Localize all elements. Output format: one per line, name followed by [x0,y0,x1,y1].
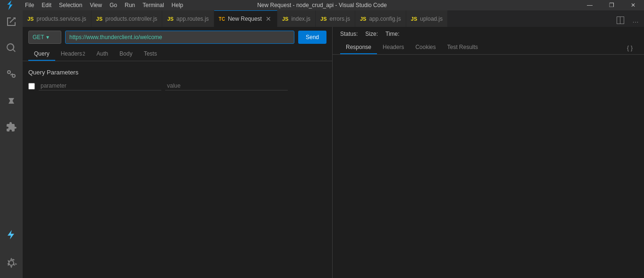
tab-js-icon: JS [411,16,417,22]
req-tab-auth[interactable]: Auth [91,48,114,61]
size-label: Size: [365,31,378,37]
tab-js-icon: JS [96,16,102,22]
tab-close-button[interactable]: ✕ [265,15,272,23]
tab-index[interactable]: JS index.js [277,10,316,27]
response-meta: Status: Size: Time: [333,27,644,41]
request-tabs: Query Headers2 Auth Body Tests [23,48,332,61]
param-name-input[interactable] [39,82,161,90]
maximize-button[interactable]: ❐ [601,0,622,10]
req-tab-label: Tests [144,50,157,57]
activity-thunder[interactable] [0,223,23,246]
more-actions-button[interactable]: … [629,14,642,27]
tab-js-icon: JS [27,16,33,22]
status-label: Status: [340,31,358,37]
res-tab-label: Test Results [447,44,478,50]
response-tabs: Response Headers Cookies Test Results { … [333,41,644,55]
tab-label: errors.js [330,16,350,22]
headers-badge: 2 [83,51,85,57]
tab-js-icon: JS [320,16,326,22]
request-bar: GET ▾ Send [23,27,332,48]
menu-help[interactable]: Help [168,0,187,10]
activity-search[interactable] [0,37,23,59]
minimize-button[interactable]: — [579,0,601,10]
app-icon [5,0,15,10]
menu-view[interactable]: View [86,0,106,10]
res-tab-cookies[interactable]: Cookies [410,41,441,54]
menu-run[interactable]: Run [121,0,139,10]
response-bracket: { } [623,44,636,51]
tab-actions: … [614,14,644,27]
param-row [28,82,326,90]
res-tab-headers[interactable]: Headers [377,41,410,54]
close-button[interactable]: ✕ [622,0,644,10]
query-section: Query Parameters [23,61,332,102]
method-select[interactable]: GET ▾ [28,31,61,44]
tab-errors[interactable]: JS errors.js [316,10,355,27]
tab-app-config[interactable]: JS app.config.js [355,10,406,27]
tab-products-services[interactable]: JS products.services.js [23,10,92,27]
menu-selection[interactable]: Selection [55,0,86,10]
query-params-title: Query Parameters [28,69,326,76]
window-controls: — ❐ ✕ [579,0,644,10]
res-tab-label: Headers [383,44,404,50]
activity-source-control[interactable] [0,63,23,86]
menu-edit[interactable]: Edit [38,0,55,10]
tab-js-icon: JS [282,16,288,22]
req-tab-tests[interactable]: Tests [138,48,163,61]
editor-area: GET ▾ Send Query Headers2 Auth Body [23,27,644,278]
main-area: JS products.services.js JS products.cont… [23,10,644,278]
tab-js-icon: JS [167,16,173,22]
tab-label: index.js [291,16,310,22]
req-tab-label: Query [34,50,50,57]
titlebar: File Edit Selection View Go Run Terminal… [0,0,644,10]
tab-label: upload.js [420,16,443,22]
thunder-client-panel: GET ▾ Send Query Headers2 Auth Body [23,27,333,278]
param-checkbox[interactable] [28,83,35,90]
tab-label: New Request [228,16,262,22]
tab-products-controller[interactable]: JS products.controller.js [92,10,163,27]
response-content [333,55,644,278]
method-chevron-icon: ▾ [46,34,49,41]
tab-upload[interactable]: JS upload.js [406,10,448,27]
tab-new-request[interactable]: TC New Request ✕ [214,10,277,27]
activity-settings[interactable] [0,252,23,274]
res-tab-response[interactable]: Response [340,41,377,54]
activity-extensions[interactable] [0,116,23,139]
activity-bar [0,0,23,278]
req-tab-label: Auth [97,50,109,57]
res-tab-test-results[interactable]: Test Results [442,41,484,54]
time-label: Time: [385,31,400,37]
tab-tc-icon: TC [219,16,225,22]
menu-file[interactable]: File [21,0,38,10]
url-input[interactable] [65,31,294,44]
menu-terminal[interactable]: Terminal [139,0,167,10]
method-value: GET [33,34,44,41]
activity-explorer[interactable] [0,10,23,33]
req-tab-body[interactable]: Body [114,48,138,61]
req-tab-label: Body [119,50,132,57]
tab-label: products.controller.js [105,16,157,22]
window-title: New Request - node_crud_api - Visual Stu… [257,2,387,8]
req-tab-headers[interactable]: Headers2 [55,48,91,61]
param-value-input[interactable] [165,82,288,90]
req-tab-query[interactable]: Query [28,48,55,61]
tab-label: app.routes.js [176,16,209,22]
res-tab-label: Response [346,44,371,50]
split-editor-button[interactable] [614,14,627,27]
tab-label: products.services.js [36,16,86,22]
response-panel: Status: Size: Time: Response Headers Coo… [333,27,644,278]
tab-label: app.config.js [369,16,401,22]
res-tab-label: Cookies [415,44,435,50]
tab-bar: JS products.services.js JS products.cont… [23,10,644,27]
menu-go[interactable]: Go [106,0,121,10]
activity-debug[interactable] [0,90,23,112]
send-button[interactable]: Send [298,31,326,44]
req-tab-label: Headers [61,50,82,57]
tab-js-icon: JS [360,16,366,22]
tab-app-routes[interactable]: JS app.routes.js [162,10,214,27]
menu-bar: File Edit Selection View Go Run Terminal… [21,0,187,10]
